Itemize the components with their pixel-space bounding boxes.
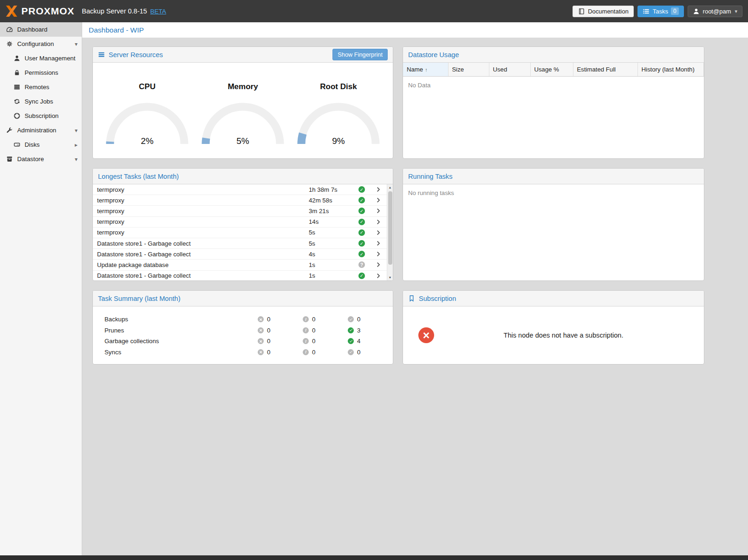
task-row[interactable]: Datastore store1 - Garbage collect 5s — [93, 238, 387, 249]
user-menu-button[interactable]: root@pam ▾ — [688, 6, 742, 17]
chevron-right-icon[interactable] — [376, 230, 381, 235]
chevron-right-icon[interactable] — [376, 219, 381, 225]
sidebar-item-administration[interactable]: Administration ▾ — [0, 123, 82, 137]
panel-subscription: Subscription × This node does not have a… — [403, 290, 704, 365]
chevron-right-icon[interactable] — [376, 187, 381, 192]
column-header-used[interactable]: Used — [489, 63, 530, 76]
chevron-right-icon[interactable] — [376, 251, 381, 257]
task-row[interactable]: termproxy 5s — [93, 228, 387, 238]
sort-up-icon: ↑ — [425, 67, 428, 72]
caret-down-icon[interactable]: ▾ — [75, 156, 78, 163]
sidebar-item-configuration[interactable]: Configuration ▾ — [0, 37, 82, 51]
caret-right-icon[interactable]: ▸ — [75, 142, 78, 148]
sidebar-item-disks[interactable]: Disks ▸ — [0, 137, 82, 152]
topbar-actions: Documentation Tasks 0 root@pam ▾ — [572, 6, 742, 17]
task-row[interactable]: Datastore store1 - Garbage collect 1s — [93, 271, 387, 281]
chevron-right-icon[interactable] — [376, 241, 381, 246]
sidebar-item-permissions[interactable]: Permissions — [0, 65, 82, 80]
gauge-root-disk: Root Disk 9% — [294, 82, 383, 147]
task-status-icon — [358, 197, 365, 203]
beta-link[interactable]: BETA — [150, 8, 166, 15]
proxmox-x-icon — [6, 5, 18, 17]
column-header-estimated-full[interactable]: Estimated Full — [573, 63, 637, 76]
app-title: Backup Server 0.8-15BETA — [82, 7, 166, 15]
book-icon — [578, 7, 585, 15]
datastore-usage-table: Name↑ Size Used Usage % Estimated Full H… — [403, 63, 704, 77]
longest-tasks-list: termproxy 1h 38m 7s termproxy 42m 58s — [93, 184, 387, 280]
resource-gauges: CPU 2% Memory — [93, 63, 393, 147]
gauge-memory: Memory 5% — [199, 82, 287, 147]
warning-count-icon — [303, 327, 309, 333]
app-version: Backup Server 0.8-15 — [82, 7, 147, 15]
scroll-up-icon[interactable]: ▲ — [387, 184, 393, 190]
task-status-icon — [358, 229, 365, 236]
task-row[interactable]: termproxy 1h 38m 7s — [93, 184, 387, 195]
column-header-usage-pct[interactable]: Usage % — [530, 63, 573, 76]
tachometer-icon — [6, 26, 13, 33]
sidebar-item-sync-jobs[interactable]: Sync Jobs — [0, 94, 82, 109]
no-subscription-icon: × — [418, 327, 434, 343]
gauge-cpu: CPU 2% — [103, 82, 191, 147]
panel-longest-tasks: Longest Tasks (last Month) termproxy 1h … — [92, 168, 393, 281]
panel-server-resources: Server Resources Show Fingerprint CPU — [92, 46, 393, 159]
sidebar-item-remotes[interactable]: Remotes — [0, 80, 82, 94]
error-count-icon — [258, 316, 264, 322]
task-summary-row-backups[interactable]: Backups 0 0 0 — [93, 314, 393, 325]
error-count-icon — [258, 338, 264, 344]
scroll-down-icon[interactable]: ▼ — [387, 274, 393, 280]
warning-count-icon — [303, 316, 309, 322]
panel-datastore-usage: Datastore Usage Name↑ Size Used Usage % … — [403, 46, 704, 159]
sync-icon — [13, 98, 20, 105]
task-status-icon — [358, 273, 365, 279]
task-row[interactable]: Datastore store1 - Garbage collect 4s — [93, 249, 387, 260]
no-data-text: No Data — [403, 77, 704, 94]
sidebar-item-dashboard[interactable]: Dashboard — [0, 22, 82, 37]
life-ring-icon — [13, 112, 20, 120]
ok-count-icon — [348, 349, 354, 355]
column-header-size[interactable]: Size — [448, 63, 489, 76]
caret-down-icon[interactable]: ▾ — [75, 127, 78, 134]
user-icon — [693, 7, 700, 15]
sidebar-item-subscription[interactable]: Subscription — [0, 109, 82, 123]
task-status-icon — [358, 208, 365, 214]
ok-count-icon — [348, 338, 354, 344]
column-header-history[interactable]: History (last Month) — [637, 63, 704, 76]
sidebar-item-user-management[interactable]: User Management — [0, 51, 82, 65]
scrollbar-thumb[interactable] — [388, 191, 392, 265]
task-row[interactable]: Update package database 1s — [93, 260, 387, 270]
warning-count-icon — [303, 338, 309, 344]
chevron-right-icon[interactable] — [376, 262, 381, 267]
show-fingerprint-button[interactable]: Show Fingerprint — [332, 49, 388, 60]
tasks-button[interactable]: Tasks 0 — [637, 6, 684, 17]
documentation-button[interactable]: Documentation — [572, 6, 633, 17]
panel-task-summary: Task Summary (last Month) Backups 0 0 0 … — [92, 290, 393, 365]
chevron-right-icon[interactable] — [376, 273, 381, 279]
chevron-right-icon[interactable] — [376, 197, 381, 203]
error-count-icon — [258, 327, 264, 333]
memory-percent: 5% — [199, 136, 287, 146]
datastore-usage-header: Datastore Usage — [403, 47, 704, 63]
caret-down-icon[interactable]: ▾ — [75, 41, 78, 47]
task-status-icon — [358, 251, 365, 257]
subscription-message: This node does not have a subscription. — [434, 332, 693, 339]
ok-count-icon — [348, 327, 354, 333]
no-running-tasks-text: No running tasks — [403, 184, 704, 202]
task-row[interactable]: termproxy 14s — [93, 217, 387, 228]
main-area: Dashboard - WIP Server Resources Show Fi… — [82, 22, 748, 555]
column-header-name[interactable]: Name↑ — [403, 63, 448, 76]
task-summary-row-syncs[interactable]: Syncs 0 0 0 — [93, 347, 393, 358]
lock-icon — [13, 69, 20, 77]
sidebar-item-datastore[interactable]: Datastore ▾ — [0, 152, 82, 166]
task-row[interactable]: termproxy 42m 58s — [93, 195, 387, 206]
chevron-right-icon[interactable] — [376, 208, 381, 214]
topbar: PROXMOX Backup Server 0.8-15BETA Documen… — [0, 0, 748, 22]
task-row[interactable]: termproxy 3m 21s — [93, 206, 387, 216]
panel-running-tasks: Running Tasks No running tasks — [403, 168, 704, 281]
server-stack-icon — [13, 84, 20, 91]
task-summary-row-garbage-collections[interactable]: Garbage collections 0 0 4 — [93, 336, 393, 347]
wrench-icon — [6, 127, 13, 134]
ok-count-icon — [348, 316, 354, 322]
root-disk-percent: 9% — [294, 136, 383, 146]
scrollbar[interactable]: ▲ ▼ — [387, 184, 393, 280]
task-summary-row-prunes[interactable]: Prunes 0 0 3 — [93, 325, 393, 336]
